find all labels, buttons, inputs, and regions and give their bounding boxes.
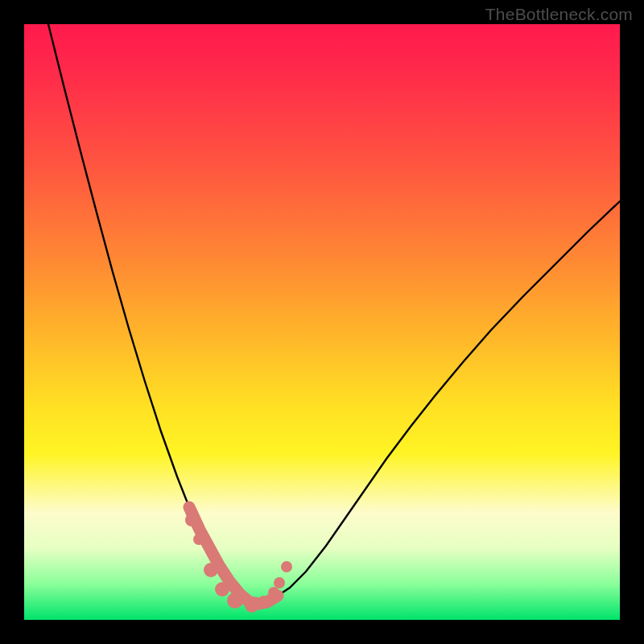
accent-bump [245, 598, 259, 613]
chart-frame: TheBottleneck.com [0, 0, 644, 644]
accent-bump [204, 563, 218, 577]
chart-svg [24, 24, 620, 620]
accent-bump [215, 582, 229, 597]
chart-plot-area [24, 24, 620, 620]
accent-bump [274, 577, 285, 588]
accent-bump [185, 514, 198, 526]
accent-bump [227, 592, 243, 609]
accent-bump [193, 534, 204, 545]
accent-bump [268, 587, 279, 598]
watermark-text: TheBottleneck.com [485, 5, 633, 24]
bottleneck-accent-segment [189, 507, 278, 604]
accent-bump [258, 596, 270, 609]
bottleneck-curve [48, 24, 620, 604]
accent-bump [281, 561, 292, 572]
